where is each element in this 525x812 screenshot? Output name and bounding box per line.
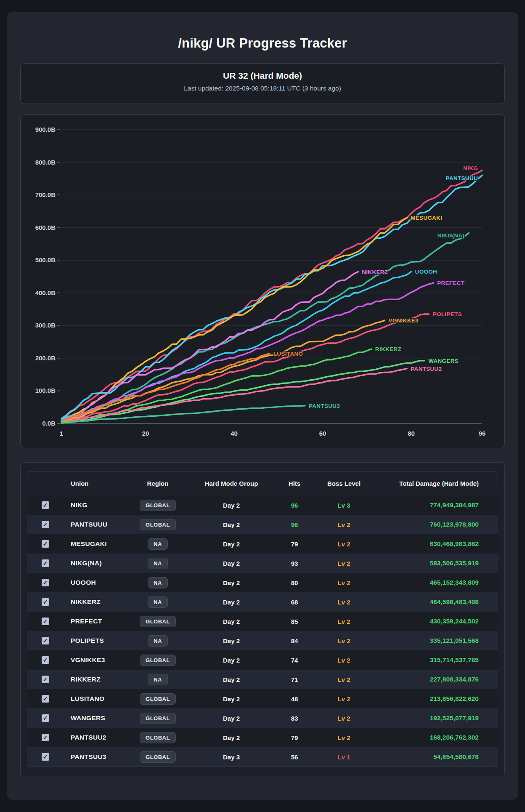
table-row: ✓NIKKERZNADay 268Lv 2464,598,483,408 — [27, 592, 498, 612]
region-cell: GLOBAL — [122, 751, 194, 763]
region-badge: GLOBAL — [140, 732, 176, 743]
boss-level: Lv 1 — [320, 753, 368, 761]
series-line-uoooh[interactable] — [61, 272, 411, 420]
hard-mode-group: Day 2 — [194, 734, 269, 741]
table-row: ✓NIKGGLOBALDay 296Lv 3774,949,384,987 — [27, 495, 498, 515]
progress-chart[interactable]: 0.0B100.0B200.0B300.0B400.0B500.0B600.0B… — [21, 117, 504, 446]
series-visible-checkbox[interactable]: ✓ — [42, 618, 49, 625]
table-row: ✓PANTSUUUGLOBALDay 296Lv 2760,123,978,80… — [27, 515, 498, 534]
series-visible-checkbox[interactable]: ✓ — [42, 540, 49, 548]
series-visible-checkbox[interactable]: ✓ — [42, 598, 49, 606]
total-damage: 192,525,077,919 — [368, 714, 498, 722]
union-name: NIKG(NA) — [63, 559, 122, 567]
header-union: Union — [63, 480, 122, 487]
hard-mode-group: Day 2 — [194, 695, 269, 703]
row-checkbox-cell: ✓ — [27, 695, 63, 703]
region-cell: GLOBAL — [122, 519, 194, 530]
series-visible-checkbox[interactable]: ✓ — [42, 676, 49, 683]
table-header-row: Union Region Hard Mode Group Hits Boss L… — [27, 471, 498, 495]
series-label: WANGERS — [428, 358, 459, 364]
series-visible-checkbox[interactable]: ✓ — [42, 579, 49, 586]
total-damage: 213,856,822,620 — [368, 695, 498, 703]
union-name: POLIPETS — [63, 637, 122, 644]
series-line-lusitano[interactable] — [61, 354, 270, 421]
row-checkbox-cell: ✓ — [27, 656, 63, 664]
region-cell: NA — [122, 577, 194, 588]
table-row: ✓NIKG(NA)NADay 293Lv 2583,506,535,919 — [27, 554, 498, 573]
table-row: ✓UOOOHNADay 280Lv 2465,152,343,809 — [27, 573, 498, 592]
series-visible-checkbox[interactable]: ✓ — [42, 734, 49, 741]
x-tick-label: 96 — [479, 430, 486, 437]
region-cell: NA — [122, 538, 194, 550]
region-cell: NA — [122, 596, 194, 608]
table-row: ✓PREFECTGLOBALDay 285Lv 2430,359,244,502 — [27, 612, 498, 631]
x-tick-label: 1 — [60, 430, 63, 437]
y-tick-label: 700.0B — [35, 191, 56, 198]
total-damage: 335,121,051,568 — [368, 637, 498, 644]
hits-value: 79 — [269, 540, 320, 548]
row-checkbox-cell: ✓ — [27, 579, 63, 586]
series-visible-checkbox[interactable]: ✓ — [42, 501, 49, 509]
boss-level: Lv 2 — [320, 676, 368, 683]
header-damage: Total Damage (Hard Mode) — [368, 480, 498, 487]
boss-level: Lv 2 — [320, 695, 368, 703]
table-row: ✓RIKKERZNADay 271Lv 2227,808,334,876 — [27, 670, 498, 689]
total-damage: 315,714,537,765 — [368, 656, 498, 664]
event-banner: UR 32 (Hard Mode) Last updated: 2025-09-… — [20, 63, 505, 104]
total-damage: 774,949,384,987 — [368, 501, 498, 509]
series-visible-checkbox[interactable]: ✓ — [42, 559, 49, 567]
series-label: PREFECT — [437, 280, 465, 286]
boss-level: Lv 2 — [320, 540, 368, 548]
y-tick-label: 600.0B — [35, 224, 56, 231]
series-line-nikgna[interactable] — [61, 233, 469, 421]
hits-value: 96 — [269, 502, 320, 509]
hard-mode-group: Day 2 — [194, 618, 269, 625]
y-tick-label: 200.0B — [35, 354, 56, 362]
hard-mode-group: Day 2 — [194, 521, 269, 528]
total-damage: 430,359,244,502 — [368, 618, 498, 625]
hard-mode-group: Day 2 — [194, 540, 269, 548]
hard-mode-group: Day 2 — [194, 560, 269, 567]
region-badge: NA — [148, 558, 168, 569]
series-line-polipets[interactable] — [61, 314, 429, 423]
series-label: PANTSUUU — [446, 175, 478, 181]
series-visible-checkbox[interactable]: ✓ — [42, 656, 49, 664]
header-boss: Boss Level — [320, 480, 368, 487]
union-name: MESUGAKI — [63, 540, 122, 548]
table-row: ✓MESUGAKINADay 279Lv 2630,468,983,862 — [27, 534, 498, 554]
region-badge: GLOBAL — [140, 616, 176, 627]
total-damage: 54,654,580,678 — [368, 753, 498, 761]
series-visible-checkbox[interactable]: ✓ — [42, 753, 49, 761]
union-name: NIKKERZ — [63, 598, 122, 606]
series-visible-checkbox[interactable]: ✓ — [42, 521, 49, 528]
x-tick-label: 20 — [142, 430, 149, 437]
table-row: ✓WANGERSGLOBALDay 283Lv 2192,525,077,919 — [27, 708, 498, 728]
series-visible-checkbox[interactable]: ✓ — [42, 637, 49, 644]
series-label: RIKKERZ — [375, 346, 401, 352]
series-label: NIKKERZ — [362, 269, 388, 275]
row-checkbox-cell: ✓ — [27, 734, 63, 741]
boss-level: Lv 2 — [320, 657, 368, 664]
region-cell: NA — [122, 635, 194, 647]
series-visible-checkbox[interactable]: ✓ — [42, 695, 49, 703]
y-tick-label: 500.0B — [35, 256, 56, 264]
row-checkbox-cell: ✓ — [27, 637, 63, 644]
union-table-panel: Union Region Hard Mode Group Hits Boss L… — [20, 462, 505, 777]
total-damage: 227,808,334,876 — [368, 676, 498, 683]
total-damage: 464,598,483,408 — [368, 598, 498, 606]
x-tick-label: 60 — [319, 430, 326, 437]
y-tick-label: 300.0B — [35, 322, 56, 329]
union-name: LUSITANO — [63, 695, 122, 703]
table-body: ✓NIKGGLOBALDay 296Lv 3774,949,384,987✓PA… — [27, 495, 498, 767]
boss-level: Lv 2 — [320, 637, 368, 644]
table-row: ✓PANTSUU2GLOBALDay 279Lv 2168,206,762,30… — [27, 728, 498, 747]
region-badge: GLOBAL — [140, 713, 176, 724]
y-tick-label: 800.0B — [35, 159, 56, 166]
union-name: VGNIKKE3 — [63, 656, 122, 664]
region-cell: GLOBAL — [122, 616, 194, 627]
series-visible-checkbox[interactable]: ✓ — [42, 714, 49, 722]
hits-value: 84 — [269, 637, 320, 644]
event-title: UR 32 (Hard Mode) — [21, 71, 504, 81]
header-group: Hard Mode Group — [194, 480, 269, 487]
total-damage: 465,152,343,809 — [368, 579, 498, 586]
